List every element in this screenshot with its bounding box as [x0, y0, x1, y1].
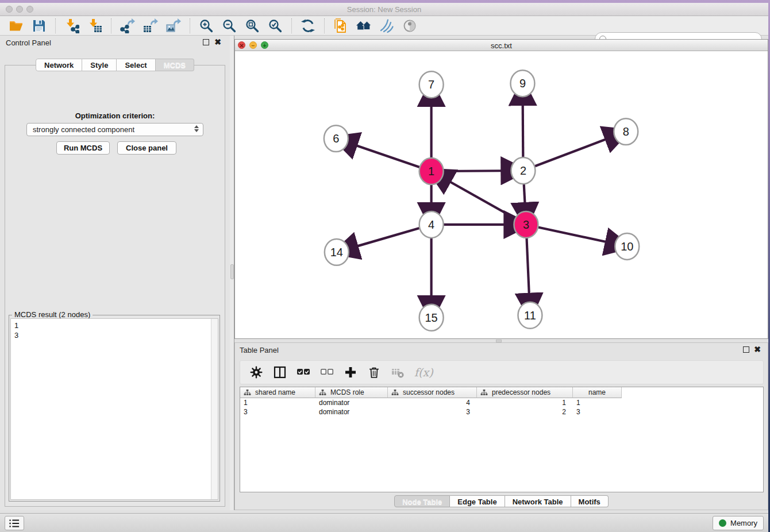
- table-header-row: shared nameMCDS rolesuccessor nodesprede…: [240, 387, 763, 398]
- titlebar: Session: New Session: [0, 3, 768, 16]
- network-window-title: scc.txt: [235, 41, 768, 50]
- import-network-icon[interactable]: [63, 17, 80, 34]
- table-cell: dominator: [315, 398, 388, 407]
- dropdown-arrows-icon: [194, 125, 199, 132]
- table-cell: 1: [573, 398, 622, 407]
- table-cell: dominator: [315, 407, 388, 417]
- memory-label: Memory: [730, 519, 757, 527]
- tab-mcds[interactable]: MCDS: [156, 59, 194, 71]
- table-cell: 4: [388, 398, 477, 407]
- tab-motifs[interactable]: Motifs: [571, 495, 609, 507]
- table-panel-float-icon[interactable]: [743, 346, 749, 353]
- mcds-result-area[interactable]: 13: [10, 318, 218, 500]
- graph-node-label: 7: [428, 78, 434, 91]
- tab-style[interactable]: Style: [82, 59, 117, 71]
- zoom-in-icon[interactable]: [198, 17, 215, 34]
- clear-all-checks-icon[interactable]: [320, 365, 334, 379]
- open-file-icon[interactable]: [7, 17, 25, 34]
- export-image-icon[interactable]: [165, 17, 182, 34]
- column-label: shared name: [255, 388, 295, 396]
- shared-column-icon: [319, 390, 326, 396]
- column-header-name[interactable]: name: [573, 387, 622, 398]
- window-title: Session: New Session: [0, 5, 768, 14]
- column-label: name: [588, 388, 606, 396]
- graph-node-label: 1: [428, 165, 434, 178]
- network-graph: 7968124314101511: [235, 51, 768, 338]
- toolbar-separator: [55, 18, 56, 33]
- column-header-shared-name[interactable]: shared name: [240, 387, 315, 398]
- table-panel-close-icon[interactable]: ✖: [754, 345, 761, 354]
- zoom-out-icon[interactable]: [221, 17, 238, 34]
- table-settings-gear-icon[interactable]: [249, 365, 263, 379]
- hide-eye-icon[interactable]: [378, 17, 395, 34]
- list-icon: [8, 518, 21, 529]
- column-header-predecessor-nodes[interactable]: predecessor nodes: [477, 387, 573, 398]
- table-cell: 2: [477, 407, 573, 417]
- main-toolbar: [0, 16, 768, 36]
- show-eye-icon[interactable]: [401, 17, 418, 34]
- tab-network-table[interactable]: Network Table: [505, 495, 571, 507]
- network-view-window: ✕ − + scc.txt 7968124314101511: [234, 39, 768, 339]
- column-header-MCDS-role[interactable]: MCDS role: [315, 387, 388, 398]
- control-panel-close-icon[interactable]: ✖: [214, 37, 221, 47]
- toolbar-separator: [190, 18, 190, 33]
- edge-2-8[interactable]: [523, 139, 607, 171]
- table-row[interactable]: 1dominator411: [240, 398, 763, 407]
- tab-node-table[interactable]: Node Table: [394, 495, 450, 507]
- mcds-result-group: MCDS result (2 nodes) 13: [9, 315, 220, 502]
- close-panel-button[interactable]: Close panel: [117, 141, 176, 155]
- tab-edge-table[interactable]: Edge Table: [450, 495, 505, 507]
- criterion-dropdown[interactable]: strongly connected component: [26, 123, 203, 136]
- graph-node-label: 11: [524, 309, 536, 322]
- shared-column-icon: [244, 390, 251, 396]
- application-window: Session: New Session Control Panel ✖ Net…: [0, 3, 768, 532]
- table-panel: Table Panel ✖ f(x) shared nameMCDS roles…: [234, 342, 768, 510]
- toolbar-separator: [324, 18, 325, 33]
- graph-node-label: 15: [425, 311, 438, 324]
- add-column-icon[interactable]: [344, 365, 357, 379]
- control-panel-float-icon[interactable]: [203, 39, 209, 45]
- refresh-network-icon[interactable]: [299, 17, 317, 34]
- column-header-successor-nodes[interactable]: successor nodes: [388, 387, 477, 398]
- save-session-icon[interactable]: [30, 17, 48, 34]
- vertical-splitter[interactable]: [230, 36, 234, 510]
- mcds-result-lines: 13: [11, 319, 218, 342]
- import-table-icon[interactable]: [86, 17, 103, 34]
- vertical-splitter-grip[interactable]: [230, 264, 234, 279]
- function-builder-icon: f(x): [414, 366, 433, 379]
- graph-node-label: 6: [333, 132, 339, 145]
- delete-table-icon: [391, 365, 405, 379]
- table-row[interactable]: 3dominator323: [240, 407, 763, 417]
- memory-button[interactable]: Memory: [713, 516, 764, 530]
- column-label: predecessor nodes: [492, 388, 550, 396]
- table-body: 1dominator4113dominator323: [240, 398, 763, 417]
- status-bar: Memory: [0, 513, 768, 532]
- table-panel-tabs: Node TableEdge TableNetwork TableMotifs: [235, 495, 768, 507]
- graph-node-label: 2: [520, 164, 526, 177]
- zoom-selected-icon[interactable]: [267, 17, 284, 34]
- task-history-button[interactable]: [5, 516, 24, 530]
- result-scrollbar[interactable]: [211, 319, 218, 499]
- edge-3-1[interactable]: [449, 181, 526, 225]
- shared-column-icon: [391, 390, 399, 396]
- export-table-icon[interactable]: [142, 17, 159, 34]
- tab-select[interactable]: Select: [117, 59, 155, 71]
- graph-node-label: 10: [621, 240, 633, 253]
- table-cell: 3: [388, 407, 477, 417]
- delete-column-icon[interactable]: [367, 365, 381, 379]
- select-all-checks-icon[interactable]: [297, 365, 310, 379]
- zoom-fit-icon[interactable]: [244, 17, 261, 34]
- network-canvas[interactable]: 7968124314101511: [235, 51, 768, 338]
- export-network-icon[interactable]: [119, 17, 136, 34]
- tab-network[interactable]: Network: [36, 59, 82, 71]
- mcds-panel: Optimization criterion: strongly connect…: [5, 65, 225, 507]
- toolbar-icon-groups: [5, 17, 421, 34]
- home-icon[interactable]: [355, 17, 372, 34]
- graph-node-label: 14: [330, 246, 343, 259]
- result-line: 1: [14, 321, 214, 330]
- ndex-document-icon[interactable]: [332, 17, 349, 34]
- optimization-criterion-label: Optimization criterion:: [5, 111, 225, 120]
- column-layout-icon[interactable]: [273, 365, 287, 379]
- table-cell: 1: [477, 398, 573, 407]
- run-mcds-button[interactable]: Run MCDS: [56, 141, 110, 155]
